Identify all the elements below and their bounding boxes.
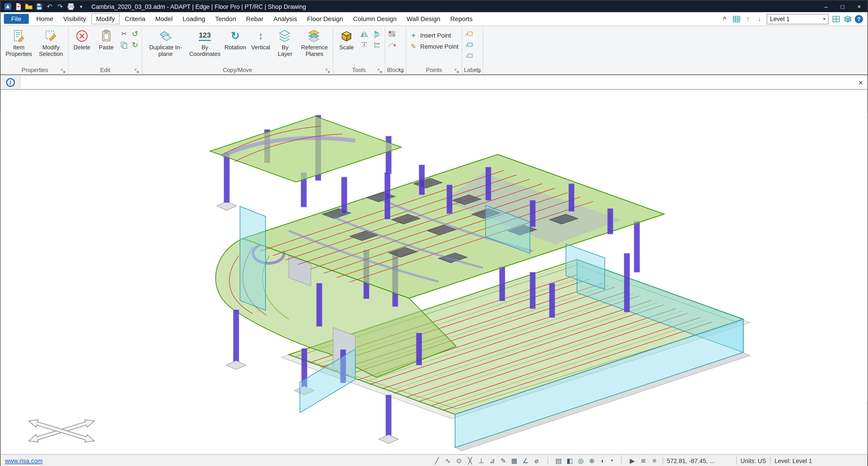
delete-button[interactable]: Delete	[70, 27, 94, 52]
tab-wall-design[interactable]: Wall Design	[402, 13, 445, 25]
tab-floor-design[interactable]: Floor Design	[302, 13, 348, 25]
snap-center-icon[interactable]: ⊙	[455, 457, 463, 464]
snap-nearest-icon[interactable]: ⊿	[488, 457, 496, 464]
tab-model[interactable]: Model	[150, 13, 178, 25]
zoom-dropdown-caret-icon[interactable]: ▾	[610, 458, 614, 463]
undo-small-icon[interactable]: ↺	[130, 29, 140, 38]
scale-button[interactable]: Scale	[335, 27, 358, 52]
modify-selection-button[interactable]: Modify Selection	[35, 27, 66, 58]
app-icon[interactable]	[3, 2, 12, 11]
paste-label: Paste	[99, 45, 114, 51]
model-viewport[interactable]	[0, 90, 867, 454]
tab-visibility[interactable]: Visibility	[58, 13, 91, 25]
help-icon[interactable]: ?	[855, 15, 863, 23]
level-down-icon[interactable]: ↓	[755, 14, 764, 23]
collapse-ribbon-icon[interactable]: ^	[720, 14, 729, 23]
mirror-horizontal-icon[interactable]	[372, 30, 382, 39]
list-tool-icon[interactable]: ≡	[650, 457, 659, 464]
label-tag-icon-2[interactable]	[464, 40, 474, 49]
tab-loading[interactable]: Loading	[178, 13, 210, 25]
level-selector[interactable]: Level 1 ▾	[767, 13, 829, 24]
grid-toggle-icon[interactable]: ▦	[510, 457, 519, 464]
view-grid-3d-icon[interactable]	[843, 14, 852, 23]
paste-button[interactable]: Paste	[95, 27, 118, 52]
labels-dialog-launcher-icon[interactable]	[475, 68, 480, 73]
minimize-button[interactable]: –	[817, 0, 834, 12]
measure-tool-icon[interactable]: ⌀	[532, 457, 541, 464]
by-coordinates-button[interactable]: 123 By Coordinates	[188, 27, 222, 58]
properties-dialog-launcher-icon[interactable]	[61, 68, 66, 73]
reference-planes-button[interactable]: Reference Planes	[298, 27, 331, 58]
statusbar-separator	[770, 457, 770, 464]
blocks-dialog-launcher-icon[interactable]	[399, 68, 404, 73]
duplicate-in-plane-button[interactable]: Duplicate In-plane	[144, 27, 187, 58]
points-dialog-launcher-icon[interactable]	[455, 68, 460, 73]
sketch-tool-icon[interactable]: ✎	[499, 457, 507, 464]
status-bar: www.risa.com ╱ ∿ ⊙ ╳ ⊥ ⊿ ✎ ▦ ∠ ⌀ ▤ ◧ ◎ ⊕…	[0, 454, 867, 466]
snap-perpendicular-icon[interactable]: ⊥	[477, 457, 485, 464]
redo-icon[interactable]: ↷	[56, 2, 64, 11]
tab-home[interactable]: Home	[31, 13, 58, 25]
render-view-icon[interactable]: ◐	[599, 457, 607, 464]
extend-icon[interactable]	[372, 40, 382, 49]
by-layer-button[interactable]: By Layer	[273, 27, 297, 58]
tools-dialog-launcher-icon[interactable]	[377, 68, 382, 73]
units-indicator: Units: US	[741, 457, 766, 464]
orbit-view-icon[interactable]: ◎	[577, 457, 585, 464]
print-icon[interactable]	[66, 2, 75, 11]
insert-point-label: Insert Point	[420, 32, 451, 39]
ribbon-group-edit: Delete Paste ✂ ↺ ↻ Edit	[69, 27, 142, 74]
cut-icon[interactable]: ✂	[119, 29, 129, 38]
save-icon[interactable]	[35, 2, 43, 11]
tab-criteria[interactable]: Criteria	[120, 13, 150, 25]
edit-dialog-launcher-icon[interactable]	[134, 68, 140, 73]
maximize-button[interactable]: □	[834, 0, 851, 12]
modify-selection-icon	[43, 28, 59, 44]
tab-modify[interactable]: Modify	[91, 13, 120, 25]
copy-move-dialog-launcher-icon[interactable]	[326, 68, 331, 73]
tab-file[interactable]: File	[4, 14, 29, 24]
tab-tendon[interactable]: Tendon	[210, 13, 241, 25]
close-button[interactable]: ×	[851, 0, 867, 12]
label-tag-icon-3[interactable]	[464, 51, 474, 60]
vertical-button[interactable]: ↕ Vertical	[249, 27, 273, 52]
model-3d-view[interactable]	[0, 90, 867, 454]
info-bar-close-icon[interactable]: ×	[854, 78, 867, 87]
hatch-tool-icon[interactable]: ≋	[639, 457, 648, 464]
new-file-icon[interactable]	[14, 2, 22, 11]
item-properties-button[interactable]: Item Properties	[3, 27, 34, 58]
zoom-extents-icon[interactable]: ⊕	[588, 457, 596, 464]
label-tag-icon-1[interactable]	[464, 29, 474, 38]
tab-reports[interactable]: Reports	[445, 13, 477, 25]
block-path-icon[interactable]	[387, 40, 397, 49]
modify-selection-label: Modify Selection	[36, 45, 66, 57]
delete-label: Delete	[73, 45, 90, 51]
block-table-icon[interactable]	[387, 29, 397, 38]
remove-point-button[interactable]: ✎ Remove Point	[408, 42, 460, 50]
layers-view-icon[interactable]: ▤	[555, 457, 563, 464]
plan-grid-icon[interactable]	[732, 14, 741, 23]
tab-rebar[interactable]: Rebar	[241, 13, 269, 25]
insert-point-button[interactable]: + Insert Point	[408, 31, 460, 39]
shaded-view-icon[interactable]: ◧	[566, 457, 574, 464]
view-grid-icon[interactable]	[832, 14, 840, 23]
rotation-button[interactable]: ↻ Rotation	[222, 27, 248, 52]
mirror-vertical-icon[interactable]	[359, 30, 369, 39]
tab-analysis[interactable]: Analysis	[269, 13, 302, 25]
angle-tool-icon[interactable]: ∠	[521, 457, 530, 464]
redo-small-icon[interactable]: ↻	[130, 40, 140, 49]
select-tool-icon[interactable]: ▶	[628, 457, 637, 464]
copy-icon[interactable]	[119, 40, 129, 49]
title-bar: ↶ ↷ ▾ Cambria_2020_03_03.adm - ADAPT | E…	[0, 0, 867, 12]
offset-icon[interactable]	[359, 40, 369, 49]
tab-column-design[interactable]: Column Design	[348, 13, 402, 25]
undo-icon[interactable]: ↶	[45, 2, 54, 11]
statusbar-separator	[736, 457, 737, 464]
qat-dropdown-icon[interactable]: ▾	[77, 2, 85, 11]
level-up-icon[interactable]: ↑	[744, 14, 752, 23]
line-tool-icon[interactable]: ╱	[433, 457, 441, 464]
risa-website-link[interactable]: www.risa.com	[0, 457, 47, 464]
open-folder-icon[interactable]	[25, 2, 33, 11]
spline-tool-icon[interactable]: ∿	[444, 457, 452, 464]
snap-intersection-icon[interactable]: ╳	[466, 457, 474, 464]
